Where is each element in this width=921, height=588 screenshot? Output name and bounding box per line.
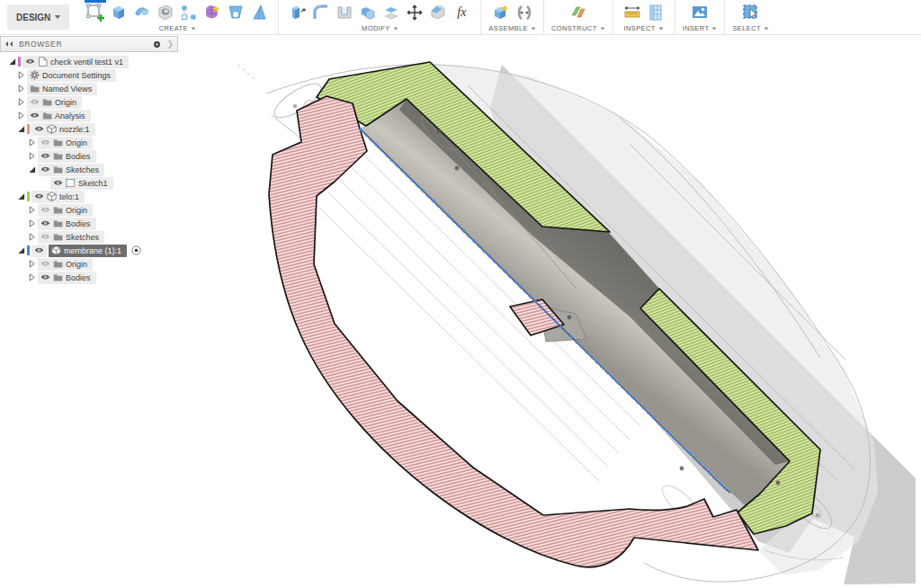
visibility-eye-icon[interactable]: [40, 219, 50, 227]
display-settings-icon[interactable]: [153, 40, 161, 49]
new-component-icon[interactable]: [489, 2, 513, 23]
expand-arrow-icon[interactable]: [16, 98, 25, 107]
tree-item-label[interactable]: Sketch1: [78, 179, 108, 188]
collapse-arrow-icon[interactable]: [16, 192, 25, 201]
tree-item-label[interactable]: Document Settings: [42, 71, 111, 80]
insert-menu[interactable]: INSERT: [683, 23, 718, 34]
tree-item-label[interactable]: Origin: [55, 98, 76, 107]
collapse-arrow-icon[interactable]: [16, 125, 25, 134]
tree-item-telo-1[interactable]: telo:1: [0, 190, 180, 203]
design-menu-button[interactable]: DESIGN: [7, 4, 69, 30]
visibility-eye-icon[interactable]: [53, 179, 63, 186]
tree-item-label[interactable]: nozzle:1: [59, 125, 90, 134]
tree-item-sketch1[interactable]: Sketch1: [0, 176, 180, 190]
selected-item-pill[interactable]: membrane (1):1: [49, 245, 127, 257]
create-sketch-icon[interactable]: [84, 2, 107, 23]
visibility-eye-icon[interactable]: [30, 98, 40, 105]
measure-icon[interactable]: [621, 2, 644, 23]
expand-arrow-icon[interactable]: [27, 152, 36, 161]
visibility-eye-icon[interactable]: [40, 206, 50, 213]
select-icon[interactable]: [739, 2, 763, 23]
expand-arrow-icon[interactable]: [27, 260, 36, 269]
visibility-eye-icon[interactable]: [40, 138, 50, 146]
visibility-eye-icon[interactable]: [40, 260, 50, 267]
tree-item-label[interactable]: Sketches: [66, 233, 99, 242]
tree-item-bodies[interactable]: Bodies: [0, 217, 180, 230]
shell-icon[interactable]: [333, 2, 356, 23]
construct-plane-icon[interactable]: [567, 2, 590, 23]
tree-item-bodies[interactable]: Bodies: [0, 149, 180, 163]
expand-arrow-icon[interactable]: [27, 219, 36, 228]
tree-item-label[interactable]: Analysis: [55, 111, 85, 120]
combine-icon[interactable]: [356, 2, 380, 23]
tree-item-bodies[interactable]: Bodies: [0, 271, 180, 284]
tree-item-origin[interactable]: Origin: [0, 95, 180, 109]
visibility-eye-icon[interactable]: [40, 165, 50, 173]
move-icon[interactable]: [403, 2, 426, 23]
expand-arrow-icon[interactable]: [27, 206, 36, 215]
tree-item-label[interactable]: Bodies: [66, 273, 91, 282]
create-form-icon[interactable]: [201, 2, 224, 23]
press-pull-icon[interactable]: [286, 2, 309, 23]
change-parameters-icon[interactable]: fx: [450, 2, 473, 23]
visibility-eye-icon[interactable]: [40, 152, 50, 159]
collapse-arrow-icon[interactable]: [27, 165, 36, 174]
section-analysis-icon[interactable]: [644, 2, 667, 23]
expand-arrow-icon[interactable]: [27, 138, 36, 147]
tree-item-label[interactable]: telo:1: [59, 192, 79, 201]
create-menu[interactable]: CREATE: [159, 23, 196, 34]
modify-menu[interactable]: MODIFY: [362, 23, 398, 34]
tree-item-label[interactable]: Origin: [66, 206, 87, 215]
expand-arrow-icon[interactable]: [16, 111, 25, 120]
tree-item-sketches[interactable]: Sketches: [0, 230, 180, 244]
tree-item-origin[interactable]: Origin: [0, 257, 180, 271]
tree-item-label[interactable]: Bodies: [66, 219, 91, 228]
expand-arrow-icon[interactable]: [16, 71, 25, 80]
visibility-eye-icon[interactable]: [25, 58, 35, 65]
expand-arrow-icon[interactable]: [16, 85, 25, 94]
tree-item-label[interactable]: membrane (1):1: [64, 246, 121, 255]
joint-icon[interactable]: [513, 2, 536, 23]
extrude-icon[interactable]: [107, 2, 130, 23]
fillet-icon[interactable]: [309, 2, 333, 23]
rib-icon[interactable]: [247, 2, 271, 23]
visibility-eye-icon[interactable]: [34, 125, 44, 132]
assemble-menu[interactable]: ASSEMBLE: [488, 23, 536, 34]
inspect-menu[interactable]: INSPECT: [624, 23, 664, 34]
tree-item-check-ventil-test1-v1[interactable]: check ventil test1 v1: [0, 55, 180, 68]
tree-item-origin[interactable]: Origin: [0, 203, 180, 217]
tree-item-membrane-1-1[interactable]: membrane (1):1: [0, 244, 180, 257]
tree-item-label[interactable]: Named Views: [42, 85, 92, 94]
collapse-panel-icon[interactable]: [4, 40, 13, 48]
construct-menu[interactable]: CONSTRUCT: [551, 23, 605, 34]
visibility-eye-icon[interactable]: [34, 246, 44, 254]
chamfer-icon[interactable]: [426, 2, 450, 23]
tree-item-label[interactable]: Sketches: [66, 165, 99, 174]
visibility-eye-icon[interactable]: [34, 192, 44, 200]
select-menu[interactable]: SELECT: [732, 23, 769, 34]
visibility-eye-icon[interactable]: [40, 273, 50, 281]
split-body-icon[interactable]: [380, 2, 403, 23]
web-icon[interactable]: [224, 2, 247, 23]
tree-item-label[interactable]: Origin: [66, 138, 87, 147]
pattern-icon[interactable]: [177, 2, 201, 23]
visibility-eye-icon[interactable]: [40, 233, 50, 240]
revolve-icon[interactable]: [130, 2, 154, 23]
activate-component-radio[interactable]: [131, 245, 141, 255]
tree-item-origin[interactable]: Origin: [0, 136, 180, 149]
hole-icon[interactable]: [154, 2, 177, 23]
expand-arrow-icon[interactable]: [27, 273, 36, 282]
tree-item-named-views[interactable]: Named Views: [0, 82, 180, 95]
panel-grip-icon[interactable]: ❯: [166, 40, 174, 49]
expand-arrow-icon[interactable]: [27, 233, 36, 242]
tree-item-document-settings[interactable]: Document Settings: [0, 68, 180, 82]
tree-item-nozzle-1[interactable]: nozzle:1: [0, 122, 180, 136]
tree-item-sketches[interactable]: Sketches: [0, 163, 180, 176]
tree-item-analysis[interactable]: Analysis: [0, 109, 180, 122]
visibility-eye-icon[interactable]: [30, 111, 40, 119]
insert-canvas-icon[interactable]: [688, 2, 711, 23]
tree-item-label[interactable]: Bodies: [66, 152, 91, 161]
collapse-arrow-icon[interactable]: [7, 58, 16, 67]
collapse-arrow-icon[interactable]: [16, 246, 25, 255]
tree-item-label[interactable]: check ventil test1 v1: [50, 58, 123, 67]
